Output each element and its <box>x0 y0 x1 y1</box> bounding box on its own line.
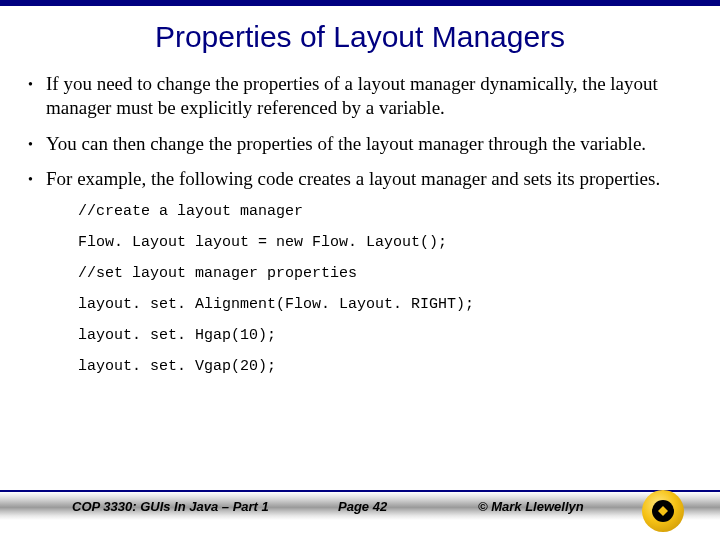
code-line: Flow. Layout layout = new Flow. Layout()… <box>78 234 692 251</box>
footer-bar: COP 3330: GUIs In Java – Part 1 Page 42 … <box>0 490 720 520</box>
bullet-text: For example, the following code creates … <box>46 167 692 191</box>
code-line: layout. set. Alignment(Flow. Layout. RIG… <box>78 296 692 313</box>
code-line: //create a layout manager <box>78 203 692 220</box>
bullet-item: • For example, the following code create… <box>28 167 692 191</box>
slide-content: • If you need to change the properties o… <box>0 72 720 375</box>
bullet-dot: • <box>28 167 46 191</box>
ucf-logo-icon <box>642 490 684 532</box>
code-line: //set layout manager properties <box>78 265 692 282</box>
slide-title: Properties of Layout Managers <box>0 20 720 54</box>
bullet-dot: • <box>28 72 46 120</box>
code-block: //create a layout manager Flow. Layout l… <box>78 203 692 375</box>
slide-footer: COP 3330: GUIs In Java – Part 1 Page 42 … <box>0 490 720 534</box>
footer-course: COP 3330: GUIs In Java – Part 1 <box>72 499 269 514</box>
bullet-item: • If you need to change the properties o… <box>28 72 692 120</box>
bullet-dot: • <box>28 132 46 156</box>
code-line: layout. set. Vgap(20); <box>78 358 692 375</box>
bullet-item: • You can then change the properties of … <box>28 132 692 156</box>
footer-page: Page 42 <box>338 499 387 514</box>
footer-copyright: © Mark Llewellyn <box>478 499 584 514</box>
ucf-logo-inner-icon <box>652 500 674 522</box>
code-line: layout. set. Hgap(10); <box>78 327 692 344</box>
bullet-text: You can then change the properties of th… <box>46 132 692 156</box>
bullet-text: If you need to change the properties of … <box>46 72 692 120</box>
top-bar <box>0 0 720 6</box>
